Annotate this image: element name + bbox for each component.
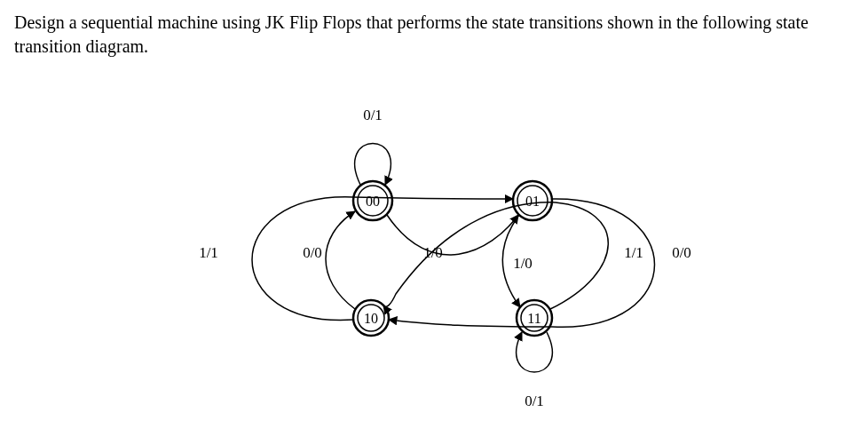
edge-10-to-01-label: 1/1 bbox=[199, 244, 218, 261]
state-11-label: 11 bbox=[527, 311, 541, 326]
edge-00-to-00-label: 0/1 bbox=[363, 107, 383, 123]
state-11: 11 bbox=[517, 300, 552, 336]
edge-10-to-00-label: 0/0 bbox=[303, 244, 322, 261]
problem-statement: Design a sequential machine using JK Fli… bbox=[14, 11, 854, 59]
edge-01-to-10-label: 0/0 bbox=[672, 244, 691, 261]
edge-00-to-01: 1/0 bbox=[387, 215, 518, 261]
edge-01-to-11-label: 1/0 bbox=[513, 255, 533, 272]
edge-11-to-10-label: 1/1 bbox=[624, 244, 643, 261]
state-01-label: 01 bbox=[525, 194, 540, 209]
edge-11-to-11: 0/1 bbox=[517, 332, 553, 409]
edge-10-to-01: 1/1 bbox=[199, 197, 513, 321]
edge-10-to-00: 0/0 bbox=[303, 211, 355, 309]
state-00: 00 bbox=[353, 181, 392, 220]
edge-00-to-00: 0/1 bbox=[355, 107, 391, 186]
state-transition-diagram: 00 01 10 11 0/1 0/1 bbox=[14, 67, 854, 423]
edge-11-to-11-label: 0/1 bbox=[525, 392, 544, 409]
state-00-label: 00 bbox=[366, 194, 380, 209]
diagram-svg: 00 01 10 11 0/1 0/1 bbox=[14, 67, 868, 423]
state-10-label: 10 bbox=[364, 311, 378, 326]
state-01: 01 bbox=[513, 181, 552, 220]
